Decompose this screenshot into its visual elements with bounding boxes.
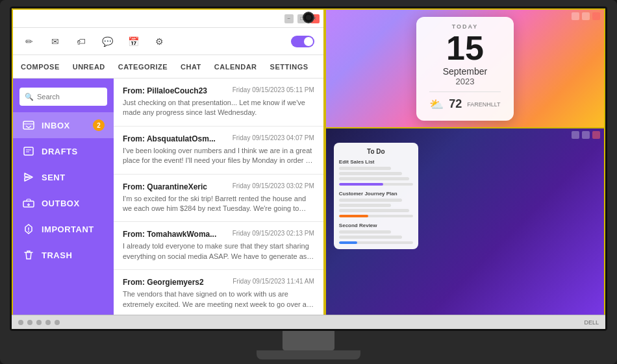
cal-maximize[interactable] <box>582 12 590 20</box>
email-header-0: From: PillaloeCouch23 Friday 09/15/2023 … <box>123 86 314 95</box>
outbox-icon <box>22 197 35 210</box>
settings-icon[interactable]: ⚙ <box>152 34 166 49</box>
nav-unread[interactable]: UNREAD <box>71 60 107 73</box>
monitor-bezel: − □ ✕ ✏ ✉ 🏷 💬 📅 ⚙ <box>10 6 607 331</box>
taskbar-dot[interactable] <box>27 320 32 325</box>
email-item-4[interactable]: From: Georgiemyers2 Friday 09/15/2023 11… <box>114 270 323 318</box>
calendar-icon[interactable]: 📅 <box>126 34 140 49</box>
todo-progress-2 <box>339 241 413 244</box>
taskbar-dot[interactable] <box>36 320 42 325</box>
mail-icon[interactable]: ✉ <box>48 34 62 49</box>
search-input[interactable] <box>37 93 102 101</box>
email-item-1[interactable]: From: AbsquatulatOsm... Friday 09/15/202… <box>114 127 323 175</box>
email-preview-3: I already told everyone to make sure tha… <box>123 241 314 261</box>
weather-row: ⛅ 72 FARENHLLT <box>429 91 500 112</box>
sidebar-label-outbox: OUTBOX <box>42 199 80 208</box>
calendar-card: TODAY 15 September 2023 ⛅ 72 FARENHLLT <box>416 17 513 121</box>
sidebar-item-trash[interactable]: TRASH <box>13 242 114 268</box>
email-header-1: From: AbsquatulatOsm... Friday 09/15/202… <box>123 134 314 143</box>
todo-section-1: Customer Journey Plan <box>339 191 413 217</box>
todo-progress-1 <box>339 215 413 217</box>
calendar-today-label: TODAY <box>429 23 500 30</box>
todo-section-title-1: Customer Journey Plan <box>339 191 413 197</box>
todo-line <box>339 236 402 239</box>
sidebar-item-important[interactable]: IMPORTANT <box>13 216 114 242</box>
todo-section-0: Edit Sales List <box>339 159 413 186</box>
weather-icon: ⛅ <box>429 97 444 112</box>
monitor: − □ ✕ ✏ ✉ 🏷 💬 📅 ⚙ <box>0 0 617 364</box>
email-time-0: Friday 09/15/2023 05:11 PM <box>233 86 314 95</box>
todo-line <box>339 167 391 170</box>
sidebar: 🔍 <box>13 79 114 331</box>
todo-section-2: Second Review <box>339 223 413 244</box>
webcam <box>303 12 314 23</box>
taskbar-dot[interactable] <box>45 320 51 325</box>
search-icon: 🔍 <box>25 93 34 101</box>
chat-icon[interactable]: 💬 <box>100 34 114 49</box>
email-time-3: Friday 09/15/2023 02:13 PM <box>233 230 314 239</box>
email-item-3[interactable]: From: TomahawkWoma... Friday 09/15/2023 … <box>114 222 323 270</box>
weather-temperature: 72 <box>449 97 462 111</box>
cal-close[interactable] <box>592 12 600 20</box>
sidebar-label-drafts: DRAFTS <box>42 147 78 156</box>
toggle-switch[interactable] <box>291 36 314 47</box>
email-preview-4: The vendors that have signed on to work … <box>123 289 314 309</box>
sidebar-label-sent: SENT <box>42 173 66 182</box>
sidebar-item-outbox[interactable]: OUTBOX <box>13 190 114 216</box>
email-sender-2: From: QuarantineXeric <box>123 182 207 191</box>
sidebar-label-trash: TRASH <box>42 250 72 260</box>
todo-widget: To Do Edit Sales List <box>325 128 605 331</box>
taskbar-dot[interactable] <box>18 320 23 325</box>
sidebar-item-sent[interactable]: SENT <box>13 164 114 190</box>
email-preview-0: Just checking on that presentation... Le… <box>123 98 314 118</box>
email-preview-1: I've been looking over numbers and I thi… <box>123 146 314 166</box>
email-time-4: Friday 09/15/2023 11:41 AM <box>233 278 314 287</box>
inbox-badge: 2 <box>93 119 105 131</box>
nav-settings[interactable]: SETTINGS <box>269 60 310 73</box>
todo-line <box>339 199 402 202</box>
todo-close[interactable] <box>592 131 600 139</box>
todo-titlebar <box>572 131 600 139</box>
svg-rect-1 <box>24 147 33 155</box>
tag-icon[interactable]: 🏷 <box>74 34 88 49</box>
todo-title: To Do <box>339 148 413 155</box>
email-sender-4: From: Georgiemyers2 <box>123 278 204 287</box>
monitor-base <box>257 350 360 359</box>
email-sender-1: From: AbsquatulatOsm... <box>123 134 216 143</box>
calendar-day: 15 <box>429 31 500 65</box>
email-sender-3: From: TomahawkWoma... <box>123 230 216 239</box>
nav-categorize[interactable]: CATEGORIZE <box>117 60 169 73</box>
email-time-1: Friday 09/15/2023 04:07 PM <box>233 134 314 143</box>
sidebar-item-inbox[interactable]: INBOX 2 <box>13 112 114 138</box>
nav-compose[interactable]: COMPOSE <box>19 60 61 73</box>
todo-line <box>339 209 409 212</box>
brand-label: DELL <box>584 319 599 326</box>
weather-unit: FARENHLLT <box>467 101 500 108</box>
taskbar-dot[interactable] <box>55 320 60 325</box>
inbox-icon <box>22 119 35 132</box>
todo-maximize[interactable] <box>582 131 590 139</box>
email-item-2[interactable]: From: QuarantineXeric Friday 09/15/2023 … <box>114 175 323 223</box>
email-time-2: Friday 09/15/2023 03:02 PM <box>233 182 314 191</box>
todo-minimize[interactable] <box>572 131 579 139</box>
email-nav: COMPOSE UNREAD CATEGORIZE CHAT CALENDAR … <box>13 55 323 79</box>
email-item-0[interactable]: From: PillaloeCouch23 Friday 09/15/2023 … <box>114 79 323 127</box>
cal-minimize[interactable] <box>572 12 579 20</box>
sidebar-item-drafts[interactable]: DRAFTS <box>13 138 114 164</box>
nav-calendar[interactable]: CALENDAR <box>213 60 258 73</box>
minimize-button[interactable]: − <box>284 14 294 23</box>
search-box[interactable]: 🔍 <box>19 88 107 106</box>
todo-progress-0 <box>339 183 413 186</box>
compose-icon[interactable]: ✏ <box>22 34 36 49</box>
screen-content: − □ ✕ ✏ ✉ 🏷 💬 📅 ⚙ <box>12 8 605 329</box>
email-toolbar: ✏ ✉ 🏷 💬 📅 ⚙ <box>13 28 323 55</box>
taskbar: DELL <box>12 315 605 329</box>
email-list: From: PillaloeCouch23 Friday 09/15/2023 … <box>114 79 323 331</box>
email-body: 🔍 <box>13 79 323 331</box>
todo-line <box>339 230 391 234</box>
screen: − □ ✕ ✏ ✉ 🏷 💬 📅 ⚙ <box>12 8 605 329</box>
nav-chat[interactable]: CHAT <box>179 60 203 73</box>
calendar-year: 2023 <box>429 77 500 86</box>
todo-line <box>339 204 391 207</box>
todo-section-title-2: Second Review <box>339 223 413 228</box>
